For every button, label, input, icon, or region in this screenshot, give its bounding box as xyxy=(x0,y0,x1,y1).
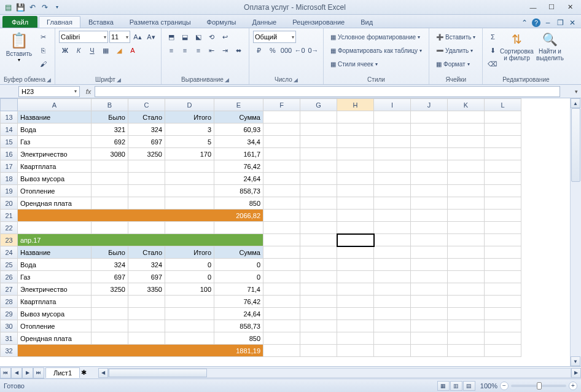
cell-A13[interactable]: Название xyxy=(18,111,92,123)
cell-D17[interactable] xyxy=(165,160,214,173)
cell-D20[interactable] xyxy=(165,197,214,210)
cell-H14[interactable] xyxy=(337,123,374,136)
cell-H28[interactable] xyxy=(337,296,374,308)
cell-I28[interactable] xyxy=(374,296,411,308)
cell-A26[interactable]: Газ xyxy=(18,271,92,283)
spreadsheet-table[interactable]: ABCDEFGHIJKL13НазваниеБылоСталоИтогоСумм… xyxy=(0,98,521,357)
cut-button[interactable]: ✂ xyxy=(37,31,49,43)
cell-G28[interactable] xyxy=(300,296,337,308)
increase-decimal-button[interactable]: ←0 xyxy=(294,44,306,57)
cell-L28[interactable] xyxy=(485,296,521,308)
cell-A31[interactable]: Орендная плата xyxy=(18,332,92,345)
doc-restore-icon[interactable]: ❐ xyxy=(555,18,565,28)
cell-J16[interactable] xyxy=(411,148,448,160)
cell-H13[interactable] xyxy=(337,111,374,123)
cell-L20[interactable] xyxy=(485,197,521,210)
row-header-26[interactable]: 26 xyxy=(1,271,18,283)
orientation-button[interactable]: ⟲ xyxy=(206,31,218,43)
last-sheet-button[interactable]: ⏭ xyxy=(33,367,44,378)
cell-C25[interactable]: 324 xyxy=(128,259,165,271)
cell-K26[interactable] xyxy=(448,271,485,283)
cell-D15[interactable]: 5 xyxy=(165,136,214,148)
next-sheet-button[interactable]: ▶ xyxy=(22,367,33,378)
cell-E17[interactable]: 76,42 xyxy=(214,160,263,173)
cell-C18[interactable] xyxy=(128,173,165,185)
cell-I32[interactable] xyxy=(374,345,411,357)
font-launcher-icon[interactable]: ◢ xyxy=(117,77,121,83)
find-select-button[interactable]: 🔍 Найти и выделить xyxy=(534,31,565,63)
cell-F25[interactable] xyxy=(263,259,300,271)
cell-C24[interactable]: Стало xyxy=(128,246,165,259)
cell-J22[interactable] xyxy=(411,222,448,234)
cell-K21[interactable] xyxy=(448,210,485,222)
cell-K22[interactable] xyxy=(448,222,485,234)
cell-J27[interactable] xyxy=(411,283,448,296)
cell-I27[interactable] xyxy=(374,283,411,296)
cell-E20[interactable]: 850 xyxy=(214,197,263,210)
cell-G32[interactable] xyxy=(300,345,337,357)
cell-D13[interactable]: Итого xyxy=(165,111,214,123)
cell-I17[interactable] xyxy=(374,160,411,173)
first-sheet-button[interactable]: ⏮ xyxy=(0,367,11,378)
cell-A23[interactable]: апр.17 xyxy=(18,234,263,246)
fx-button[interactable]: fx xyxy=(82,86,95,97)
cell-A18[interactable]: Вывоз мусора xyxy=(18,173,92,185)
align-right-button[interactable]: ≡ xyxy=(192,44,205,57)
cell-A21[interactable]: 2066,82 xyxy=(18,210,263,222)
fill-color-button[interactable]: ◢ xyxy=(113,44,125,57)
view-page-break-button[interactable]: ▤ xyxy=(463,381,475,391)
prev-sheet-button[interactable]: ◀ xyxy=(11,367,22,378)
cell-F21[interactable] xyxy=(263,210,300,222)
cell-J28[interactable] xyxy=(411,296,448,308)
cell-L18[interactable] xyxy=(485,173,521,185)
cell-I16[interactable] xyxy=(374,148,411,160)
column-header-A[interactable]: A xyxy=(18,99,92,111)
cell-F30[interactable] xyxy=(263,320,300,332)
row-header-22[interactable]: 22 xyxy=(1,222,18,234)
cell-A16[interactable]: Электричество xyxy=(18,148,92,160)
fill-button[interactable]: ⬇ xyxy=(486,44,499,57)
cell-K15[interactable] xyxy=(448,136,485,148)
font-size-select[interactable]: 11▾ xyxy=(109,31,130,43)
cell-E28[interactable]: 76,42 xyxy=(214,296,263,308)
cell-E25[interactable]: 0 xyxy=(214,259,263,271)
cell-G18[interactable] xyxy=(300,173,337,185)
cell-L22[interactable] xyxy=(485,222,521,234)
zoom-in-button[interactable]: + xyxy=(569,382,577,390)
cell-E18[interactable]: 24,64 xyxy=(214,173,263,185)
cell-G22[interactable] xyxy=(300,222,337,234)
underline-button[interactable]: Ч xyxy=(86,44,98,57)
cell-L16[interactable] xyxy=(485,148,521,160)
cell-J17[interactable] xyxy=(411,160,448,173)
align-launcher-icon[interactable]: ◢ xyxy=(225,77,229,83)
cell-B27[interactable]: 3250 xyxy=(92,283,128,296)
cell-F29[interactable] xyxy=(263,308,300,320)
shrink-font-button[interactable]: A▾ xyxy=(145,31,157,43)
column-header-D[interactable]: D xyxy=(165,99,214,111)
border-button[interactable]: ▦ xyxy=(99,44,112,57)
cell-F31[interactable] xyxy=(263,332,300,345)
cell-H29[interactable] xyxy=(337,308,374,320)
cell-A32[interactable]: 1881,19 xyxy=(18,345,263,357)
tab-view[interactable]: Вид xyxy=(353,16,381,28)
cell-K14[interactable] xyxy=(448,123,485,136)
increase-indent-button[interactable]: ⇥ xyxy=(219,44,232,57)
select-all-corner[interactable] xyxy=(1,99,18,111)
cell-C22[interactable] xyxy=(128,222,165,234)
cell-B16[interactable]: 3080 xyxy=(92,148,128,160)
row-header-30[interactable]: 30 xyxy=(1,320,18,332)
cell-E26[interactable]: 0 xyxy=(214,271,263,283)
paste-button[interactable]: 📋 Вставить ▾ xyxy=(4,31,34,64)
cell-F14[interactable] xyxy=(263,123,300,136)
bold-button[interactable]: Ж xyxy=(59,44,71,57)
cell-L31[interactable] xyxy=(485,332,521,345)
cell-L30[interactable] xyxy=(485,320,521,332)
scroll-right-icon[interactable]: ▶ xyxy=(571,368,581,378)
cell-K28[interactable] xyxy=(448,296,485,308)
insert-cells-button[interactable]: ➕Вставить▾ xyxy=(433,31,478,43)
cell-K17[interactable] xyxy=(448,160,485,173)
align-left-button[interactable]: ≡ xyxy=(165,44,177,57)
align-center-button[interactable]: ≡ xyxy=(179,44,191,57)
cell-F26[interactable] xyxy=(263,271,300,283)
row-header-13[interactable]: 13 xyxy=(1,111,18,123)
